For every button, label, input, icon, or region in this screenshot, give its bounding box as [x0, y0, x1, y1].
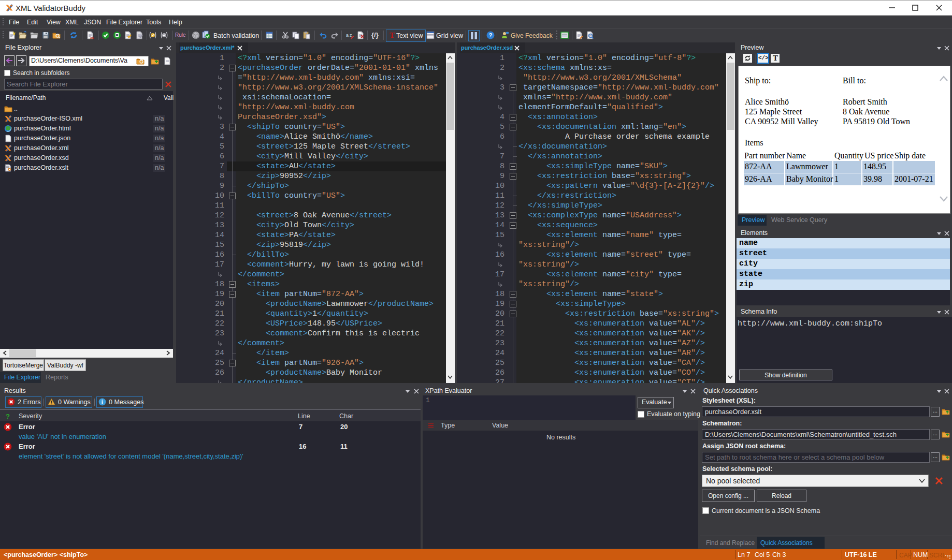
svg-text:xs: xs: [90, 36, 94, 39]
svg-text:z: z: [350, 33, 352, 38]
svg-text:?: ?: [489, 32, 493, 38]
svg-text:a: a: [346, 33, 349, 38]
